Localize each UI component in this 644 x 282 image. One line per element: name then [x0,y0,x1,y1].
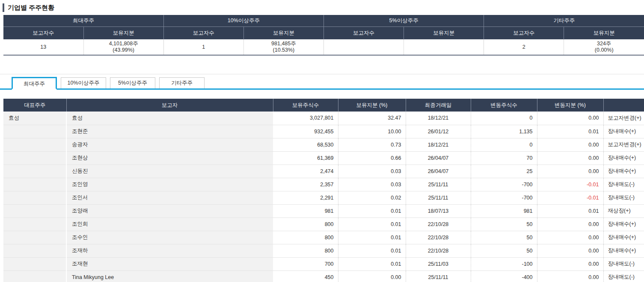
cell-changed-ratio: 0.00 [537,217,603,231]
cell-last-trade-date: 25/11/11 [406,270,471,282]
cell-holding-ratio: 0.01 [338,204,406,217]
cell-changed-shares: 50 [471,231,537,244]
cell-last-trade-date: 26/04/07 [406,151,471,164]
tab-other-shareholders[interactable]: 기타주주 [159,77,205,88]
cell-holding-ratio: 10.00 [338,125,406,138]
cell-representative [3,244,66,257]
cell-changed-ratio: 0.00 [537,112,603,125]
detail-table-body: 효성 효성 3,027,801 32.47 18/12/21 0 0.00 보고… [3,112,644,282]
cell-representative [3,138,66,151]
cell-shares-held: 800 [273,244,338,257]
cell-change-type: 재상장(+) [603,204,644,217]
cell-shares-held: 450 [273,270,338,282]
cell-last-trade-date: 18/12/21 [406,138,471,151]
table-row: 조인영 2,357 0.03 25/11/11 -700 -0.01 장내매도(… [3,178,644,191]
cell-holding-ratio: 32.47 [338,112,406,125]
summary-reporter-count: 13 [3,39,83,55]
cell-change-type: 장내매수(+) [603,125,644,138]
cell-representative [3,178,66,191]
cell-shares-held: 2,291 [273,191,338,204]
cell-shares-held: 2,474 [273,164,338,178]
summary-header-reporters: 보고자수 [324,26,404,39]
cell-last-trade-date: 18/12/21 [406,112,471,125]
summary-reporter-count [324,39,404,55]
cell-changed-shares: 50 [471,244,537,257]
cell-last-trade-date: 22/10/28 [406,217,471,231]
cell-changed-shares: -700 [471,191,537,204]
shareholder-summary-table: 최대주주 10%이상주주 5%이상주주 기타주주 보고자수 보유지분 보고자수 … [3,15,644,56]
cell-holding-ratio: 0.02 [338,191,406,204]
cell-changed-ratio: -0.01 [537,178,603,191]
cell-changed-shares: 25 [471,164,537,178]
cell-representative [3,125,66,138]
summary-holding-shares: 4,101,808주 [84,41,163,47]
cell-change-type: 보고자변경(+) [603,138,644,151]
table-row: 조재하 800 0.01 22/10/28 50 0.00 장내매수(+) [3,244,644,257]
summary-holding: 981,485주 (10.53%) [243,39,323,55]
table-row: Tina Mikyung Lee 450 0.00 25/11/11 -400 … [3,270,644,282]
summary-reporter-count: 1 [163,39,243,55]
cell-change-type: 장내매수(+) [603,151,644,164]
cell-changed-shares: -400 [471,270,537,282]
cell-last-trade-date: 22/10/28 [406,231,471,244]
cell-last-trade-date: 25/11/03 [406,257,471,270]
summary-holding: 4,101,808주 (43.99%) [83,39,163,55]
header-change-type [603,99,644,112]
cell-reporter: 조인서 [66,191,273,204]
cell-holding-ratio: 0.03 [338,164,406,178]
cell-reporter: Tina Mikyung Lee [66,270,273,282]
table-row: 조인서 2,291 0.02 25/11/11 -700 -0.01 장내매도(… [3,191,644,204]
tab-5pct-shareholders[interactable]: 5%이상주주 [110,77,155,88]
cell-changed-shares: 1,135 [471,125,537,138]
table-row: 조현준 932,455 10.00 26/01/12 1,135 0.01 장내… [3,125,644,138]
cell-reporter: 송광자 [66,138,273,151]
cell-last-trade-date: 18/07/13 [406,204,471,217]
cell-changed-ratio: 0.00 [537,270,603,282]
page-title: 기업별 주주현황 [3,3,644,12]
header-shares-held: 보유주식수 [273,99,338,112]
table-row: 조현상 61,369 0.66 26/04/07 70 0.00 장내매수(+) [3,151,644,164]
table-row: 송광자 68,530 0.73 18/12/21 0 0.00 보고자변경(+) [3,138,644,151]
cell-changed-ratio: 0.01 [537,204,603,217]
summary-holding: 324주 (0.00%) [564,39,644,55]
summary-holding-shares: 324주 [564,41,644,47]
cell-reporter: 효성 [66,112,273,125]
cell-changed-shares: -700 [471,178,537,191]
cell-changed-shares: 0 [471,112,537,125]
cell-reporter: 조현준 [66,125,273,138]
summary-group-over-10pct: 10%이상주주 [163,15,323,26]
cell-change-type: 장내매도(-) [603,257,644,270]
table-row: 신동진 2,474 0.03 26/04/07 25 0.00 장내매수(+) [3,164,644,178]
cell-changed-ratio: 0.00 [537,151,603,164]
cell-reporter: 조수인 [66,231,273,244]
cell-change-type: 장내매도(-) [603,270,644,282]
summary-holding-pct: (0.00%) [564,47,644,53]
cell-change-type: 장내매수(+) [603,244,644,257]
cell-changed-shares: 0 [471,138,537,151]
cell-representative [3,257,66,270]
cell-representative [3,151,66,164]
tab-10pct-shareholders[interactable]: 10%이상주주 [61,77,106,88]
cell-last-trade-date: 25/11/11 [406,178,471,191]
cell-changed-ratio: 0.00 [537,244,603,257]
summary-header-holdings: 보유지분 [564,26,644,39]
summary-group-largest: 최대주주 [3,15,163,26]
cell-change-type: 장내매수(+) [603,231,644,244]
cell-last-trade-date: 22/10/28 [406,244,471,257]
cell-changed-ratio: 0.01 [537,125,603,138]
summary-header-reporters: 보고자수 [163,26,243,39]
cell-shares-held: 800 [273,231,338,244]
summary-group-other: 기타주주 [484,15,644,26]
table-row: 조재현 700 0.01 25/11/03 -100 0.00 장내매도(-) [3,257,644,270]
cell-representative: 효성 [3,112,66,125]
shareholder-tabs: 최대주주 10%이상주주 5%이상주주 기타주주 [0,77,644,90]
cell-shares-held: 800 [273,217,338,231]
cell-holding-ratio: 0.01 [338,244,406,257]
cell-holding-ratio: 0.73 [338,138,406,151]
cell-representative [3,191,66,204]
summary-reporter-count: 2 [484,39,564,55]
tab-largest-shareholder[interactable]: 최대주주 [12,77,57,90]
cell-shares-held: 3,027,801 [273,112,338,125]
cell-holding-ratio: 0.03 [338,178,406,191]
cell-last-trade-date: 26/04/07 [406,164,471,178]
